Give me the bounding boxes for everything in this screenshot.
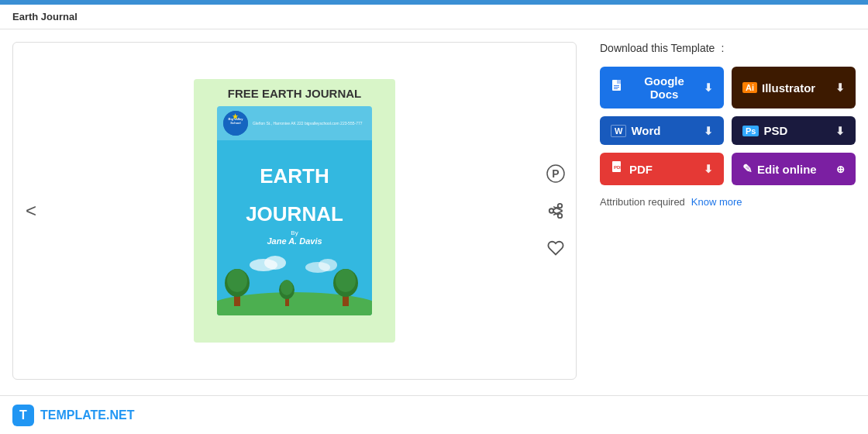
svg-point-8 (227, 269, 247, 292)
edit-online-extra-icon: ⊕ (836, 164, 845, 175)
word-icon: W (611, 125, 626, 137)
favorite-button[interactable] (543, 236, 568, 260)
preview-background: FREE EARTH JOURNAL Big Valley School (194, 79, 395, 343)
svg-rect-5 (217, 309, 372, 315)
illustrator-download-icon: ⬇ (835, 81, 845, 94)
brand-name-part2: .NET (106, 408, 134, 422)
google-docs-download-icon: ⬇ (704, 81, 713, 94)
preview-section: < FREE EARTH JOURNAL Big Valley School (12, 42, 577, 380)
svg-point-16 (264, 256, 286, 270)
edit-online-icon: ✎ (742, 162, 753, 176)
logo-icon: T (12, 405, 34, 426)
psd-icon: Ps (742, 126, 759, 136)
school-logo: Big Valley School (223, 111, 248, 136)
psd-download-icon: ⬇ (835, 125, 845, 137)
svg-text:P: P (552, 167, 559, 180)
illustrator-label: Illustrator (762, 81, 815, 95)
download-title: Download this Template (600, 42, 715, 54)
google-docs-label: Google Docs (629, 74, 699, 101)
download-section: Download this Template : Go (592, 42, 856, 380)
svg-rect-30 (614, 88, 618, 89)
nav-arrow-left[interactable]: < (19, 194, 43, 228)
edit-online-button[interactable]: ✎ Edit online ⊕ (732, 153, 856, 185)
nav-arrow-right[interactable]: > (546, 194, 570, 228)
book-author: Jane A. Davis (267, 236, 322, 246)
pinterest-button[interactable]: P (543, 161, 568, 186)
brand-name-part1: TEMPLATE (40, 408, 106, 422)
book-title-line1: EARTH (246, 165, 343, 188)
svg-text:School: School (230, 121, 240, 125)
svg-point-11 (281, 280, 293, 295)
school-address: Gleñon St., Harronive AK 222 bigvalleysc… (253, 121, 362, 126)
book-title-line2: JOURNAL (246, 203, 343, 226)
pdf-label: PDF (629, 163, 653, 176)
illustrator-button[interactable]: Ai Illustrator ⬇ (732, 67, 856, 108)
page-title-bar: Earth Journal (0, 5, 868, 29)
book-by: By (291, 229, 298, 236)
google-docs-icon (611, 79, 625, 96)
know-more-link[interactable]: Know more (691, 196, 742, 208)
svg-text:PDF: PDF (614, 165, 623, 170)
footer: T TEMPLATE.NET (0, 395, 868, 434)
svg-rect-29 (614, 87, 619, 88)
brand-name: TEMPLATE.NET (40, 408, 134, 422)
svg-rect-27 (617, 80, 621, 84)
google-docs-button[interactable]: Google Docs ⬇ (600, 67, 724, 108)
edit-online-label: Edit online (757, 163, 817, 176)
svg-point-18 (319, 259, 337, 271)
svg-rect-28 (614, 85, 619, 86)
psd-label: PSD (763, 124, 787, 137)
pdf-download-icon: ⬇ (704, 163, 713, 175)
svg-point-14 (336, 269, 356, 292)
attribution-text: Attribution required (600, 196, 685, 208)
preview-label: FREE EARTH JOURNAL (228, 87, 362, 100)
illustrator-icon: Ai (742, 82, 757, 93)
page-title: Earth Journal (12, 11, 78, 22)
book-cover: Big Valley School Gleñon St., Harronive … (217, 106, 372, 315)
word-download-icon: ⬇ (704, 125, 713, 137)
book-title: EARTH JOURNAL (246, 150, 343, 225)
book-scene (217, 253, 372, 315)
pdf-icon: PDF (611, 160, 625, 177)
word-label: Word (631, 124, 660, 137)
pdf-button[interactable]: PDF PDF ⬇ (600, 153, 724, 185)
word-button[interactable]: W Word ⬇ (600, 116, 724, 145)
psd-button[interactable]: Ps PSD ⬇ (732, 116, 856, 145)
download-dots: : (721, 42, 724, 54)
